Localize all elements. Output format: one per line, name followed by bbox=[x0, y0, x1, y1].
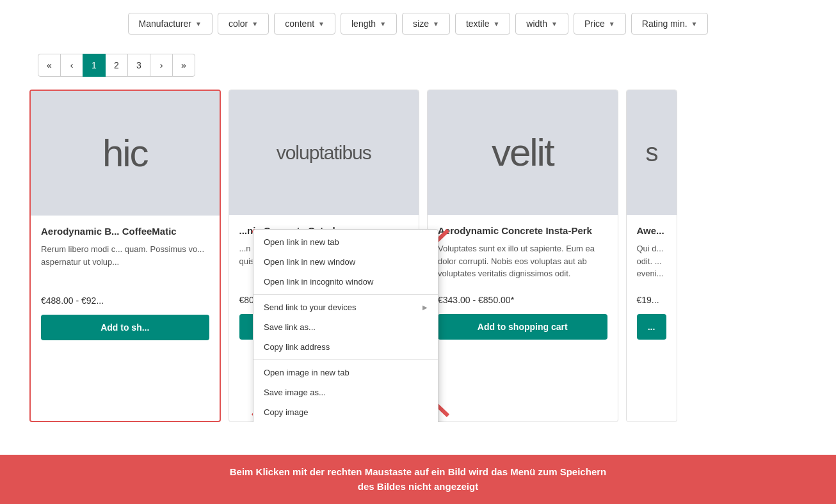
product-price-p3: €343.00 - €850.00* bbox=[438, 295, 607, 305]
context-menu-item-0[interactable]: Open link in new tab bbox=[253, 232, 438, 252]
filter-bar: Manufacturer▼color▼content▼length▼size▼t… bbox=[0, 0, 836, 47]
product-image-p4: s bbox=[627, 90, 677, 215]
context-menu-item-1[interactable]: Open link in new window bbox=[253, 252, 438, 272]
filter-width[interactable]: width▼ bbox=[515, 13, 568, 35]
pagination-prev[interactable]: ‹ bbox=[60, 54, 83, 77]
context-menu-item-5[interactable]: Copy link address bbox=[253, 337, 438, 357]
pagination-last[interactable]: » bbox=[172, 54, 195, 77]
product-image-p3: velit bbox=[428, 90, 618, 215]
add-to-cart-p4[interactable]: ... bbox=[637, 314, 666, 340]
filter-manufacturer[interactable]: Manufacturer▼ bbox=[128, 13, 213, 35]
context-menu-item-3[interactable]: Send link to your devices▶ bbox=[253, 297, 438, 317]
product-card-p3: velitAerodynamic Concrete Insta-PerkVolu… bbox=[427, 90, 618, 422]
add-to-cart-p3[interactable]: Add to shopping cart bbox=[438, 314, 607, 340]
product-price-p1: €488.00 - €92... bbox=[41, 295, 209, 306]
add-to-cart-p1[interactable]: Add to sh... bbox=[41, 315, 209, 340]
pagination-next[interactable]: › bbox=[150, 54, 173, 77]
product-desc-p4: Qui d... odit. ... eveni... bbox=[637, 242, 666, 287]
product-desc-p1: Rerum libero modi c... quam. Possimus vo… bbox=[41, 243, 209, 288]
context-menu-item-8[interactable]: Copy image bbox=[253, 402, 438, 422]
filter-textile[interactable]: textile▼ bbox=[455, 13, 510, 35]
pagination: «‹123›» bbox=[0, 47, 836, 90]
product-name-p4: Awe... bbox=[637, 225, 666, 236]
context-menu-item-2[interactable]: Open link in incognito window bbox=[253, 272, 438, 292]
context-menu-item-4[interactable]: Save link as... bbox=[253, 317, 438, 337]
context-menu-item-7[interactable]: Save image as... bbox=[253, 382, 438, 402]
pagination-page-1[interactable]: 1 bbox=[83, 54, 106, 77]
context-menu-divider bbox=[253, 359, 438, 360]
submenu-arrow-icon: ▶ bbox=[422, 304, 428, 311]
context-menu-divider bbox=[253, 294, 438, 295]
filter-content[interactable]: content▼ bbox=[274, 13, 335, 35]
product-image-p1: hic bbox=[31, 91, 220, 216]
product-card-p1: hicAerodynamic B... CoffeeMaticRerum lib… bbox=[29, 90, 221, 422]
product-name-p3: Aerodynamic Concrete Insta-Perk bbox=[438, 225, 607, 236]
products-area: hicAerodynamic B... CoffeeMaticRerum lib… bbox=[0, 90, 836, 422]
filter-rating[interactable]: Rating min.▼ bbox=[631, 13, 709, 35]
filter-size[interactable]: size▼ bbox=[402, 13, 450, 35]
product-image-p2: voluptatibus bbox=[229, 90, 419, 215]
filter-length[interactable]: length▼ bbox=[341, 13, 397, 35]
pagination-page-2[interactable]: 2 bbox=[105, 54, 128, 77]
context-menu: Open link in new tabOpen link in new win… bbox=[253, 229, 438, 422]
pagination-first[interactable]: « bbox=[38, 54, 61, 77]
product-price-p4: €19... bbox=[637, 295, 666, 305]
product-card-p4: sAwe...Qui d... odit. ... eveni...€19...… bbox=[626, 90, 677, 422]
filter-price[interactable]: Price▼ bbox=[574, 13, 626, 35]
product-desc-p3: Voluptates sunt ex illo ut sapiente. Eum… bbox=[438, 242, 607, 287]
context-menu-item-6[interactable]: Open image in new tab bbox=[253, 363, 438, 382]
pagination-page-3[interactable]: 3 bbox=[127, 54, 150, 77]
product-name-p1: Aerodynamic B... CoffeeMatic bbox=[41, 226, 209, 237]
filter-color[interactable]: color▼ bbox=[218, 13, 269, 35]
